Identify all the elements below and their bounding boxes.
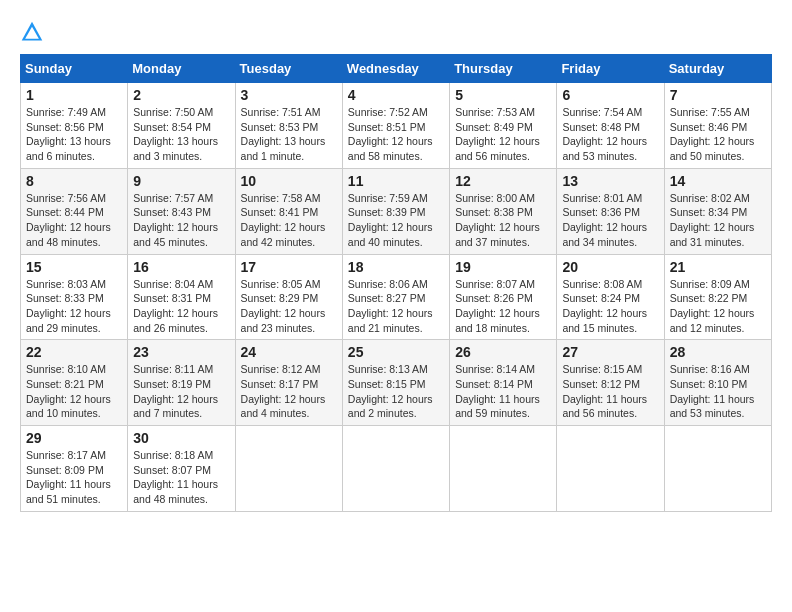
day-number: 20: [562, 259, 658, 275]
day-detail: Sunrise: 7:53 AM Sunset: 8:49 PM Dayligh…: [455, 105, 551, 164]
day-number: 23: [133, 344, 229, 360]
day-cell: 27Sunrise: 8:15 AM Sunset: 8:12 PM Dayli…: [557, 340, 664, 426]
day-cell: [342, 426, 449, 512]
day-number: 16: [133, 259, 229, 275]
day-number: 30: [133, 430, 229, 446]
day-cell: 7Sunrise: 7:55 AM Sunset: 8:46 PM Daylig…: [664, 83, 771, 169]
day-detail: Sunrise: 8:18 AM Sunset: 8:07 PM Dayligh…: [133, 448, 229, 507]
day-detail: Sunrise: 8:04 AM Sunset: 8:31 PM Dayligh…: [133, 277, 229, 336]
day-number: 8: [26, 173, 122, 189]
week-row-5: 29Sunrise: 8:17 AM Sunset: 8:09 PM Dayli…: [21, 426, 772, 512]
day-number: 3: [241, 87, 337, 103]
day-cell: 22Sunrise: 8:10 AM Sunset: 8:21 PM Dayli…: [21, 340, 128, 426]
day-number: 25: [348, 344, 444, 360]
day-detail: Sunrise: 7:59 AM Sunset: 8:39 PM Dayligh…: [348, 191, 444, 250]
header-monday: Monday: [128, 55, 235, 83]
day-detail: Sunrise: 8:01 AM Sunset: 8:36 PM Dayligh…: [562, 191, 658, 250]
day-detail: Sunrise: 8:02 AM Sunset: 8:34 PM Dayligh…: [670, 191, 766, 250]
day-cell: 3Sunrise: 7:51 AM Sunset: 8:53 PM Daylig…: [235, 83, 342, 169]
day-cell: 6Sunrise: 7:54 AM Sunset: 8:48 PM Daylig…: [557, 83, 664, 169]
day-number: 7: [670, 87, 766, 103]
day-detail: Sunrise: 7:55 AM Sunset: 8:46 PM Dayligh…: [670, 105, 766, 164]
day-number: 22: [26, 344, 122, 360]
day-number: 27: [562, 344, 658, 360]
day-cell: 11Sunrise: 7:59 AM Sunset: 8:39 PM Dayli…: [342, 168, 449, 254]
day-detail: Sunrise: 7:56 AM Sunset: 8:44 PM Dayligh…: [26, 191, 122, 250]
day-detail: Sunrise: 7:58 AM Sunset: 8:41 PM Dayligh…: [241, 191, 337, 250]
day-number: 26: [455, 344, 551, 360]
day-detail: Sunrise: 7:51 AM Sunset: 8:53 PM Dayligh…: [241, 105, 337, 164]
day-detail: Sunrise: 7:50 AM Sunset: 8:54 PM Dayligh…: [133, 105, 229, 164]
day-cell: 16Sunrise: 8:04 AM Sunset: 8:31 PM Dayli…: [128, 254, 235, 340]
day-detail: Sunrise: 8:06 AM Sunset: 8:27 PM Dayligh…: [348, 277, 444, 336]
calendar-table: SundayMondayTuesdayWednesdayThursdayFrid…: [20, 54, 772, 512]
day-cell: 23Sunrise: 8:11 AM Sunset: 8:19 PM Dayli…: [128, 340, 235, 426]
day-detail: Sunrise: 8:05 AM Sunset: 8:29 PM Dayligh…: [241, 277, 337, 336]
day-number: 6: [562, 87, 658, 103]
day-number: 10: [241, 173, 337, 189]
day-number: 5: [455, 87, 551, 103]
day-number: 9: [133, 173, 229, 189]
day-detail: Sunrise: 8:13 AM Sunset: 8:15 PM Dayligh…: [348, 362, 444, 421]
day-cell: [664, 426, 771, 512]
day-cell: 9Sunrise: 7:57 AM Sunset: 8:43 PM Daylig…: [128, 168, 235, 254]
header-sunday: Sunday: [21, 55, 128, 83]
day-cell: 28Sunrise: 8:16 AM Sunset: 8:10 PM Dayli…: [664, 340, 771, 426]
day-cell: 24Sunrise: 8:12 AM Sunset: 8:17 PM Dayli…: [235, 340, 342, 426]
week-row-3: 15Sunrise: 8:03 AM Sunset: 8:33 PM Dayli…: [21, 254, 772, 340]
day-cell: 30Sunrise: 8:18 AM Sunset: 8:07 PM Dayli…: [128, 426, 235, 512]
logo-icon: [20, 20, 44, 44]
day-detail: Sunrise: 8:17 AM Sunset: 8:09 PM Dayligh…: [26, 448, 122, 507]
header-friday: Friday: [557, 55, 664, 83]
day-number: 21: [670, 259, 766, 275]
day-number: 29: [26, 430, 122, 446]
day-cell: 13Sunrise: 8:01 AM Sunset: 8:36 PM Dayli…: [557, 168, 664, 254]
day-cell: 2Sunrise: 7:50 AM Sunset: 8:54 PM Daylig…: [128, 83, 235, 169]
day-number: 14: [670, 173, 766, 189]
day-number: 13: [562, 173, 658, 189]
day-cell: 29Sunrise: 8:17 AM Sunset: 8:09 PM Dayli…: [21, 426, 128, 512]
logo: [20, 20, 48, 44]
day-cell: [450, 426, 557, 512]
day-cell: 26Sunrise: 8:14 AM Sunset: 8:14 PM Dayli…: [450, 340, 557, 426]
day-cell: 12Sunrise: 8:00 AM Sunset: 8:38 PM Dayli…: [450, 168, 557, 254]
day-number: 11: [348, 173, 444, 189]
day-cell: 18Sunrise: 8:06 AM Sunset: 8:27 PM Dayli…: [342, 254, 449, 340]
day-detail: Sunrise: 8:00 AM Sunset: 8:38 PM Dayligh…: [455, 191, 551, 250]
page-header: [20, 20, 772, 44]
day-detail: Sunrise: 8:08 AM Sunset: 8:24 PM Dayligh…: [562, 277, 658, 336]
day-cell: [557, 426, 664, 512]
header-tuesday: Tuesday: [235, 55, 342, 83]
day-cell: 20Sunrise: 8:08 AM Sunset: 8:24 PM Dayli…: [557, 254, 664, 340]
day-detail: Sunrise: 7:54 AM Sunset: 8:48 PM Dayligh…: [562, 105, 658, 164]
day-number: 2: [133, 87, 229, 103]
day-number: 15: [26, 259, 122, 275]
day-cell: 19Sunrise: 8:07 AM Sunset: 8:26 PM Dayli…: [450, 254, 557, 340]
header-saturday: Saturday: [664, 55, 771, 83]
day-number: 12: [455, 173, 551, 189]
header-thursday: Thursday: [450, 55, 557, 83]
day-cell: 21Sunrise: 8:09 AM Sunset: 8:22 PM Dayli…: [664, 254, 771, 340]
day-number: 1: [26, 87, 122, 103]
day-detail: Sunrise: 8:14 AM Sunset: 8:14 PM Dayligh…: [455, 362, 551, 421]
day-detail: Sunrise: 7:57 AM Sunset: 8:43 PM Dayligh…: [133, 191, 229, 250]
day-cell: 10Sunrise: 7:58 AM Sunset: 8:41 PM Dayli…: [235, 168, 342, 254]
day-cell: 4Sunrise: 7:52 AM Sunset: 8:51 PM Daylig…: [342, 83, 449, 169]
day-cell: [235, 426, 342, 512]
day-detail: Sunrise: 8:03 AM Sunset: 8:33 PM Dayligh…: [26, 277, 122, 336]
day-cell: 17Sunrise: 8:05 AM Sunset: 8:29 PM Dayli…: [235, 254, 342, 340]
week-row-2: 8Sunrise: 7:56 AM Sunset: 8:44 PM Daylig…: [21, 168, 772, 254]
day-detail: Sunrise: 7:49 AM Sunset: 8:56 PM Dayligh…: [26, 105, 122, 164]
day-number: 19: [455, 259, 551, 275]
day-cell: 14Sunrise: 8:02 AM Sunset: 8:34 PM Dayli…: [664, 168, 771, 254]
day-detail: Sunrise: 8:09 AM Sunset: 8:22 PM Dayligh…: [670, 277, 766, 336]
day-detail: Sunrise: 8:10 AM Sunset: 8:21 PM Dayligh…: [26, 362, 122, 421]
day-number: 17: [241, 259, 337, 275]
day-detail: Sunrise: 8:15 AM Sunset: 8:12 PM Dayligh…: [562, 362, 658, 421]
day-detail: Sunrise: 8:07 AM Sunset: 8:26 PM Dayligh…: [455, 277, 551, 336]
day-detail: Sunrise: 8:16 AM Sunset: 8:10 PM Dayligh…: [670, 362, 766, 421]
day-cell: 1Sunrise: 7:49 AM Sunset: 8:56 PM Daylig…: [21, 83, 128, 169]
day-number: 4: [348, 87, 444, 103]
day-cell: 8Sunrise: 7:56 AM Sunset: 8:44 PM Daylig…: [21, 168, 128, 254]
day-cell: 15Sunrise: 8:03 AM Sunset: 8:33 PM Dayli…: [21, 254, 128, 340]
